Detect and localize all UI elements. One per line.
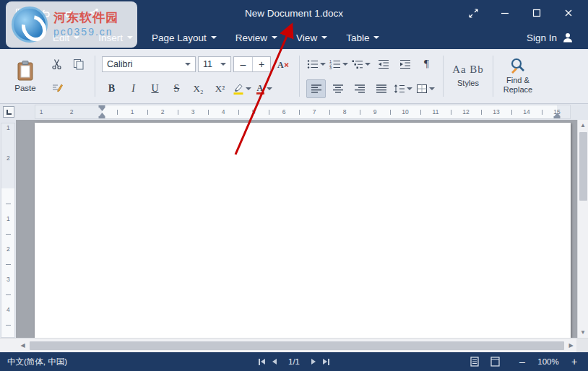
decrease-font-button[interactable]: – — [234, 57, 252, 71]
styles-preview: Aa Bb — [452, 64, 484, 76]
vertical-ruler[interactable]: 211234 — [1, 123, 15, 338]
highlight-color-button[interactable] — [232, 79, 252, 98]
scroll-left-icon[interactable]: ◀ — [17, 339, 28, 353]
menu-view-label: View — [296, 32, 317, 43]
subscript-button[interactable]: X₂ — [189, 79, 208, 98]
document-page[interactable] — [35, 123, 571, 338]
menu-review[interactable]: Review — [226, 28, 287, 48]
paste-button[interactable]: Paste — [7, 53, 44, 100]
left-indent-marker[interactable] — [99, 113, 105, 118]
menu-view[interactable]: View — [287, 28, 337, 48]
styles-button[interactable]: Aa Bb Styles — [448, 52, 488, 100]
align-left-button[interactable] — [306, 79, 326, 98]
show-paragraph-marks-button[interactable]: ¶ — [417, 55, 436, 74]
last-page-button[interactable] — [323, 359, 329, 365]
statusbar-right: – 100% + — [468, 355, 581, 368]
expand-icon[interactable] — [462, 4, 484, 22]
cut-button[interactable] — [47, 55, 66, 74]
zoom-level[interactable]: 100% — [536, 357, 561, 366]
chevron-down-icon — [127, 36, 133, 39]
find-replace-label: Find & Replace — [501, 76, 535, 94]
svg-text:A: A — [257, 83, 264, 93]
menu-table[interactable]: Table — [337, 28, 389, 48]
numbered-list-button[interactable]: 123 — [329, 55, 349, 74]
scroll-right-icon[interactable]: ▶ — [566, 339, 576, 353]
chevron-down-icon — [407, 87, 412, 90]
strikethrough-button[interactable]: S — [167, 79, 186, 98]
scissors-icon — [51, 58, 63, 70]
font-name-select[interactable]: Calibri — [102, 56, 196, 72]
increase-font-button[interactable]: + — [252, 57, 270, 71]
redo-icon[interactable] — [62, 6, 77, 20]
pilcrow-label: ¶ — [424, 58, 429, 70]
highlighter-icon — [233, 83, 244, 95]
increase-indent-button[interactable] — [395, 55, 415, 74]
undo-icon[interactable] — [38, 6, 52, 20]
tab-stop-icon — [7, 110, 12, 115]
font-name-value: Calibri — [107, 59, 132, 69]
line-spacing-button[interactable] — [393, 79, 413, 98]
vertical-scrollbar[interactable]: ▲ ▼ — [577, 120, 588, 338]
font-size-select[interactable]: 11 — [198, 56, 231, 72]
menubar: Edit Insert Page Layout Review View Tabl… — [0, 26, 588, 49]
underline-button[interactable]: U — [145, 79, 165, 98]
previous-page-button[interactable] — [272, 359, 277, 365]
web-layout-view-button[interactable] — [488, 355, 501, 368]
horizontal-scroll-thumb[interactable] — [30, 341, 564, 350]
close-icon[interactable] — [558, 4, 579, 22]
superscript-button[interactable]: X² — [210, 79, 230, 98]
clear-formatting-button[interactable]: A — [273, 55, 293, 74]
menu-edit[interactable]: Edit — [43, 28, 89, 48]
bold-button[interactable]: B — [102, 79, 121, 98]
font-color-button[interactable]: A — [254, 79, 274, 98]
menu-insert[interactable]: Insert — [89, 28, 142, 48]
align-center-icon — [332, 84, 344, 94]
strikethrough-label: S — [174, 83, 180, 95]
share-icon[interactable] — [87, 6, 101, 20]
page-indicator: 1/1 — [288, 357, 300, 366]
underline-label: U — [151, 83, 158, 95]
bullet-list-button[interactable] — [306, 55, 327, 74]
scroll-down-icon[interactable]: ▼ — [578, 327, 588, 338]
zoom-out-button[interactable]: – — [516, 355, 529, 368]
first-line-indent-marker[interactable] — [99, 105, 105, 111]
menu-edit-label: Edit — [53, 32, 69, 43]
font-size-value: 11 — [203, 59, 212, 69]
find-replace-button[interactable]: Find & Replace — [498, 52, 538, 100]
borders-button[interactable] — [415, 79, 436, 98]
horizontal-scrollbar[interactable]: ◀ ▶ — [0, 338, 588, 352]
minimize-icon[interactable] — [494, 4, 516, 22]
chevron-down-icon — [246, 87, 251, 90]
justify-button[interactable] — [371, 79, 391, 98]
scroll-up-icon[interactable]: ▲ — [578, 120, 588, 131]
scroll-track[interactable] — [28, 339, 566, 352]
horizontal-ruler-strip: 21123456789101112131415 — [0, 104, 588, 120]
chevron-down-icon — [272, 36, 277, 39]
first-page-button[interactable] — [259, 359, 265, 365]
language-indicator[interactable]: 中文(简体, 中国) — [7, 357, 67, 367]
next-page-button[interactable] — [311, 359, 316, 365]
decrease-indent-button[interactable] — [373, 55, 393, 74]
format-painter-button[interactable] — [47, 79, 66, 97]
horizontal-ruler[interactable]: 21123456789101112131415 — [35, 105, 571, 119]
save-icon[interactable] — [13, 6, 27, 20]
subscript-label: X₂ — [194, 83, 204, 95]
zoom-in-button[interactable]: + — [568, 355, 581, 368]
vertical-scroll-thumb[interactable] — [579, 132, 587, 201]
menu-page-layout[interactable]: Page Layout — [142, 28, 226, 48]
bullet-list-icon — [307, 59, 319, 69]
right-indent-marker[interactable] — [554, 113, 561, 118]
multilevel-list-button[interactable] — [351, 55, 371, 74]
italic-button[interactable]: I — [124, 79, 143, 98]
maximize-icon[interactable] — [526, 4, 548, 22]
print-layout-view-button[interactable] — [468, 355, 481, 368]
sign-in-button[interactable]: Sign In — [521, 29, 579, 46]
indent-handle-icon — [99, 116, 105, 118]
chevron-down-icon — [373, 36, 379, 39]
copy-button[interactable] — [69, 55, 88, 74]
align-right-button[interactable] — [350, 79, 369, 98]
find-replace-icon — [509, 57, 527, 74]
align-center-button[interactable] — [328, 79, 347, 98]
menu-review-label: Review — [235, 32, 267, 43]
tab-selector[interactable] — [3, 106, 14, 118]
